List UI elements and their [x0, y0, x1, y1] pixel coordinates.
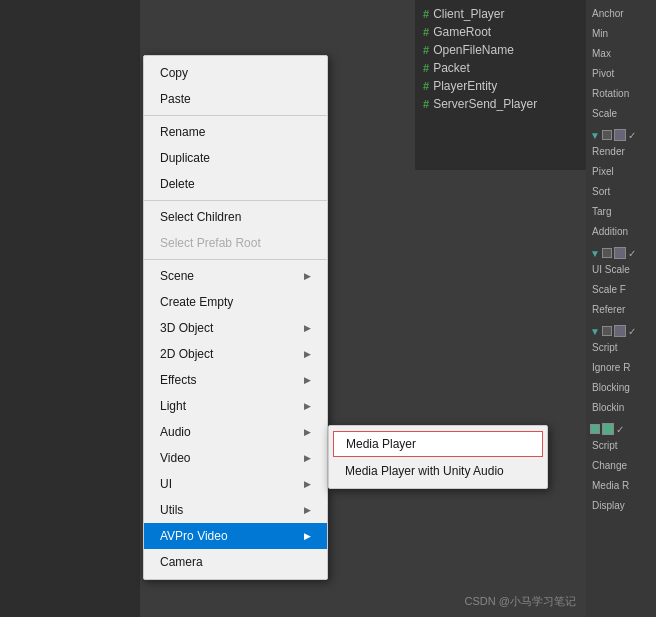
avpro-video-label: AVPro Video: [160, 527, 228, 545]
ui-checkbox[interactable]: [602, 248, 612, 258]
blocking2-label: Blockin: [592, 402, 624, 413]
left-panel: [0, 0, 140, 617]
hierarchy-item-label: Client_Player: [433, 7, 504, 21]
delete-menu-item[interactable]: Delete: [144, 171, 327, 197]
list-item[interactable]: # Packet: [415, 59, 590, 77]
light-menu-item[interactable]: Light: [144, 393, 327, 419]
utils-label: Utils: [160, 501, 183, 519]
ui-label: UI: [160, 475, 172, 493]
hierarchy-item-label: OpenFileName: [433, 43, 514, 57]
create-empty-menu-item[interactable]: Create Empty: [144, 289, 327, 315]
script-row: Script: [588, 338, 654, 358]
hash-icon: #: [423, 26, 429, 38]
video-label: Video: [160, 449, 190, 467]
list-item[interactable]: # Client_Player: [415, 5, 590, 23]
sort-label: Sort: [592, 186, 610, 197]
audio-arrow-icon: [304, 423, 311, 441]
render-row: Render: [588, 142, 654, 162]
3d-object-label: 3D Object: [160, 319, 213, 337]
list-item[interactable]: # GameRoot: [415, 23, 590, 41]
render-checkmark: ✓: [628, 130, 636, 141]
hash-icon: #: [423, 98, 429, 110]
render-checkbox[interactable]: [602, 130, 612, 140]
duplicate-menu-item[interactable]: Duplicate: [144, 145, 327, 171]
rotation-row: Rotation: [588, 84, 654, 104]
select-prefab-menu-item: Select Prefab Root: [144, 230, 327, 256]
script2-section: ✓: [588, 422, 654, 436]
script2-row: Script: [588, 436, 654, 456]
select-children-menu-item[interactable]: Select Children: [144, 204, 327, 230]
hierarchy-item-label: GameRoot: [433, 25, 491, 39]
scale-f-row: Scale F: [588, 280, 654, 300]
pivot-label: Pivot: [592, 68, 614, 79]
hierarchy-panel: # Client_Player # GameRoot # OpenFileNam…: [415, 0, 590, 170]
separator-2: [144, 200, 327, 201]
rename-label: Rename: [160, 123, 205, 141]
ui-menu-item[interactable]: UI: [144, 471, 327, 497]
3d-object-arrow-icon: [304, 319, 311, 337]
section-arrow3: ▼: [590, 326, 600, 337]
max-row: Max: [588, 44, 654, 64]
copy-menu-item[interactable]: Copy: [144, 60, 327, 86]
rename-menu-item[interactable]: Rename: [144, 119, 327, 145]
reference-label: Referer: [592, 304, 625, 315]
light-arrow-icon: [304, 397, 311, 415]
scene-menu-item[interactable]: Scene: [144, 263, 327, 289]
delete-label: Delete: [160, 175, 195, 193]
scale-f-label: Scale F: [592, 284, 626, 295]
paste-menu-item[interactable]: Paste: [144, 86, 327, 112]
utils-menu-item[interactable]: Utils: [144, 497, 327, 523]
scene-label: Scene: [160, 267, 194, 285]
pixel-row: Pixel: [588, 162, 654, 182]
media-player-submenu-item[interactable]: Media Player: [333, 431, 543, 457]
pixel-label: Pixel: [592, 166, 614, 177]
list-item[interactable]: # PlayerEntity: [415, 77, 590, 95]
audio-menu-item[interactable]: Audio: [144, 419, 327, 445]
list-item[interactable]: # ServerSend_Player: [415, 95, 590, 113]
render-label: Render: [592, 146, 625, 157]
script2-icon: [602, 423, 614, 435]
blocking-row: Blocking: [588, 378, 654, 398]
section-arrow2: ▼: [590, 248, 600, 259]
hash-icon: #: [423, 62, 429, 74]
min-label: Min: [592, 28, 608, 39]
paste-label: Paste: [160, 90, 191, 108]
camera-label: Camera: [160, 553, 203, 571]
effects-menu-item[interactable]: Effects: [144, 367, 327, 393]
target-label: Targ: [592, 206, 611, 217]
video-menu-item[interactable]: Video: [144, 445, 327, 471]
camera-menu-item[interactable]: Camera: [144, 549, 327, 575]
2d-object-arrow-icon: [304, 345, 311, 363]
avpro-submenu: Media Player Media Player with Unity Aud…: [328, 425, 548, 489]
hash-icon: #: [423, 8, 429, 20]
effects-arrow-icon: [304, 371, 311, 389]
ui-icon: [614, 247, 626, 259]
render-icon: [614, 129, 626, 141]
3d-object-menu-item[interactable]: 3D Object: [144, 315, 327, 341]
media-label: Media R: [592, 480, 629, 491]
inspector-panel: Anchor Min Max Pivot Rotation Scale ▼ ✓ …: [586, 0, 656, 617]
scene-arrow-icon: [304, 267, 311, 285]
reference-row: Referer: [588, 300, 654, 320]
script-checkbox[interactable]: [602, 326, 612, 336]
anchor-label: Anchor: [592, 8, 624, 19]
script-icon: [614, 325, 626, 337]
script2-label: Script: [592, 440, 618, 451]
ui-scale-row: UI Scale: [588, 260, 654, 280]
2d-object-menu-item[interactable]: 2D Object: [144, 341, 327, 367]
media-row: Media R: [588, 476, 654, 496]
ignore-row: Ignore R: [588, 358, 654, 378]
ignore-label: Ignore R: [592, 362, 630, 373]
script-checkmark: ✓: [628, 326, 636, 337]
list-item[interactable]: # OpenFileName: [415, 41, 590, 59]
media-player-unity-audio-submenu-item[interactable]: Media Player with Unity Audio: [329, 458, 547, 484]
blocking2-row: Blockin: [588, 398, 654, 418]
avpro-video-menu-item[interactable]: AVPro Video: [144, 523, 327, 549]
script2-checkbox[interactable]: [590, 424, 600, 434]
display-label: Display: [592, 500, 625, 511]
blocking-label: Blocking: [592, 382, 630, 393]
display-row: Display: [588, 496, 654, 516]
effects-label: Effects: [160, 371, 196, 389]
context-menu: Copy Paste Rename Duplicate Delete Selec…: [143, 55, 328, 580]
additional-row: Addition: [588, 222, 654, 242]
